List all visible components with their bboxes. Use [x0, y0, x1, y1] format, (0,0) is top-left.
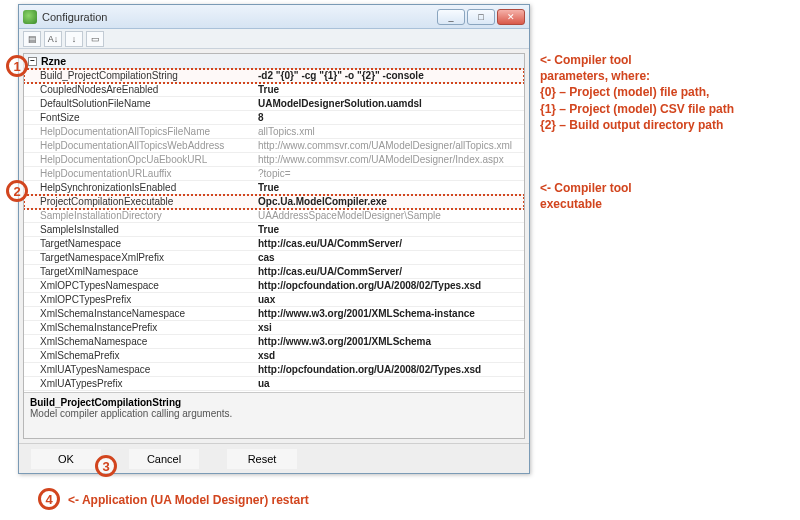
- callout-4: 4: [38, 488, 60, 510]
- property-value[interactable]: http://www.commsvr.com/UAModelDesigner/I…: [254, 153, 524, 166]
- property-name: XmlSchemaInstanceNamespace: [24, 307, 254, 320]
- property-name: HelpDocumentationOpcUaEbookURL: [24, 153, 254, 166]
- property-value[interactable]: xsd: [254, 349, 524, 362]
- window-controls: _ □ ✕: [437, 9, 525, 25]
- property-value[interactable]: UAAddressSpaceModelDesigner\Sample: [254, 209, 524, 222]
- property-row[interactable]: TargetNamespaceXmlPrefixcas: [24, 251, 524, 265]
- property-name: DefaultSolutionFileName: [24, 97, 254, 110]
- props-page-icon[interactable]: ▭: [86, 31, 104, 47]
- property-value[interactable]: http://www.w3.org/2001/XMLSchema: [254, 335, 524, 348]
- property-name: SampleIsInstalled: [24, 223, 254, 236]
- property-name: Build_ProjectCompilationString: [24, 69, 254, 82]
- titlebar[interactable]: Configuration _ □ ✕: [19, 5, 529, 29]
- property-value[interactable]: uax: [254, 293, 524, 306]
- property-name: XmlOPCTypesNamespace: [24, 279, 254, 292]
- cancel-button[interactable]: Cancel: [129, 449, 199, 469]
- property-name: HelpDocumentationURLauffix: [24, 167, 254, 180]
- down-arrow-icon[interactable]: ↓: [65, 31, 83, 47]
- expand-icon[interactable]: −: [28, 57, 37, 66]
- property-row[interactable]: HelpDocumentationURLauffix?topic=: [24, 167, 524, 181]
- property-value[interactable]: ua: [254, 377, 524, 390]
- property-row[interactable]: HelpDocumentationOpcUaEbookURLhttp://www…: [24, 153, 524, 167]
- property-name: TargetXmlNamespace: [24, 265, 254, 278]
- alpha-sort-icon[interactable]: A↓: [44, 31, 62, 47]
- property-name: SampleInstallationDirectory: [24, 209, 254, 222]
- property-grid: −RzneBuild_ProjectCompilationString-d2 "…: [23, 53, 525, 439]
- annotation-compiler-exe: <- Compiler toolexecutable: [540, 180, 790, 212]
- ok-button[interactable]: OK: [31, 449, 101, 469]
- callout-1: 1: [6, 55, 28, 77]
- property-value[interactable]: True: [254, 223, 524, 236]
- property-name: XmlOPCTypesPrefix: [24, 293, 254, 306]
- description-text: Model compiler application calling argum…: [30, 408, 518, 419]
- property-value[interactable]: True: [254, 83, 524, 96]
- property-grid-body[interactable]: −RzneBuild_ProjectCompilationString-d2 "…: [24, 54, 524, 392]
- property-name: ProjectCompilationExecutable: [24, 195, 254, 208]
- property-name: HelpDocumentationAllTopicsFileName: [24, 125, 254, 138]
- property-row[interactable]: HelpDocumentationAllTopicsFileNameallTop…: [24, 125, 524, 139]
- property-row[interactable]: HelpDocumentationAllTopicsWebAddresshttp…: [24, 139, 524, 153]
- property-value[interactable]: ?topic=: [254, 167, 524, 180]
- property-row[interactable]: TargetXmlNamespacehttp://cas.eu/UA/CommS…: [24, 265, 524, 279]
- property-name: HelpSynchronizationIsEnabled: [24, 181, 254, 194]
- app-icon: [23, 10, 37, 24]
- property-value[interactable]: True: [254, 181, 524, 194]
- close-button[interactable]: ✕: [497, 9, 525, 25]
- property-row[interactable]: XmlSchemaNamespacehttp://www.w3.org/2001…: [24, 335, 524, 349]
- property-toolbar: ▤ A↓ ↓ ▭: [19, 29, 529, 49]
- property-name: FontSize: [24, 111, 254, 124]
- annotation-restart: <- Application (UA Model Designer) resta…: [68, 492, 309, 508]
- property-name: TargetNamespace: [24, 237, 254, 250]
- property-row[interactable]: XmlSchemaInstancePrefixxsi: [24, 321, 524, 335]
- property-value[interactable]: allTopics.xml: [254, 125, 524, 138]
- property-name: XmlSchemaNamespace: [24, 335, 254, 348]
- property-row[interactable]: DefaultSolutionFileNameUAModelDesignerSo…: [24, 97, 524, 111]
- reset-button[interactable]: Reset: [227, 449, 297, 469]
- window-title: Configuration: [42, 11, 437, 23]
- categorized-icon[interactable]: ▤: [23, 31, 41, 47]
- category-name: Rzne: [41, 55, 66, 67]
- property-value[interactable]: http://opcfoundation.org/UA/2008/02/Type…: [254, 279, 524, 292]
- property-value[interactable]: UAModelDesignerSolution.uamdsl: [254, 97, 524, 110]
- property-value[interactable]: -d2 "{0}" -cg "{1}" -o "{2}" -console: [254, 69, 524, 82]
- property-name: XmlUATypesPrefix: [24, 377, 254, 390]
- property-value[interactable]: http://www.w3.org/2001/XMLSchema-instanc…: [254, 307, 524, 320]
- property-value[interactable]: 8: [254, 111, 524, 124]
- config-window: Configuration _ □ ✕ ▤ A↓ ↓ ▭ −RzneBuild_…: [18, 4, 530, 474]
- property-row[interactable]: TargetNamespacehttp://cas.eu/UA/CommServ…: [24, 237, 524, 251]
- property-row[interactable]: CoupledNodesAreEnabledTrue: [24, 83, 524, 97]
- property-value[interactable]: Opc.Ua.ModelCompiler.exe: [254, 195, 524, 208]
- property-row[interactable]: SampleInstallationDirectoryUAAddressSpac…: [24, 209, 524, 223]
- property-row[interactable]: ProjectCompilationExecutableOpc.Ua.Model…: [24, 195, 524, 209]
- property-row[interactable]: FontSize8: [24, 111, 524, 125]
- property-name: CoupledNodesAreEnabled: [24, 83, 254, 96]
- property-value[interactable]: http://www.commsvr.com/UAModelDesigner/a…: [254, 139, 524, 152]
- property-row[interactable]: SampleIsInstalledTrue: [24, 223, 524, 237]
- property-name: TargetNamespaceXmlPrefix: [24, 251, 254, 264]
- property-row[interactable]: XmlSchemaInstanceNamespacehttp://www.w3.…: [24, 307, 524, 321]
- property-name: HelpDocumentationAllTopicsWebAddress: [24, 139, 254, 152]
- property-row[interactable]: XmlOPCTypesNamespacehttp://opcfoundation…: [24, 279, 524, 293]
- description-title: Build_ProjectCompilationString: [30, 397, 518, 408]
- description-pane: Build_ProjectCompilationString Model com…: [24, 392, 524, 438]
- property-row[interactable]: HelpSynchronizationIsEnabledTrue: [24, 181, 524, 195]
- property-row[interactable]: XmlUATypesPrefixua: [24, 377, 524, 391]
- property-name: XmlSchemaInstancePrefix: [24, 321, 254, 334]
- property-value[interactable]: http://cas.eu/UA/CommServer/: [254, 265, 524, 278]
- property-value[interactable]: http://opcfoundation.org/UA/2008/02/Type…: [254, 363, 524, 376]
- annotation-compiler-params: <- Compiler toolparameters, where:{0} – …: [540, 52, 790, 133]
- property-value[interactable]: http://cas.eu/UA/CommServer/: [254, 237, 524, 250]
- callout-2: 2: [6, 180, 28, 202]
- property-value[interactable]: cas: [254, 251, 524, 264]
- property-name: XmlUATypesNamespace: [24, 363, 254, 376]
- property-name: XmlSchemaPrefix: [24, 349, 254, 362]
- category-header[interactable]: −Rzne: [24, 54, 524, 69]
- callout-3: 3: [95, 455, 117, 477]
- property-row[interactable]: XmlUATypesNamespacehttp://opcfoundation.…: [24, 363, 524, 377]
- property-value[interactable]: xsi: [254, 321, 524, 334]
- maximize-button[interactable]: □: [467, 9, 495, 25]
- property-row[interactable]: Build_ProjectCompilationString-d2 "{0}" …: [24, 69, 524, 83]
- property-row[interactable]: XmlOPCTypesPrefixuax: [24, 293, 524, 307]
- property-row[interactable]: XmlSchemaPrefixxsd: [24, 349, 524, 363]
- minimize-button[interactable]: _: [437, 9, 465, 25]
